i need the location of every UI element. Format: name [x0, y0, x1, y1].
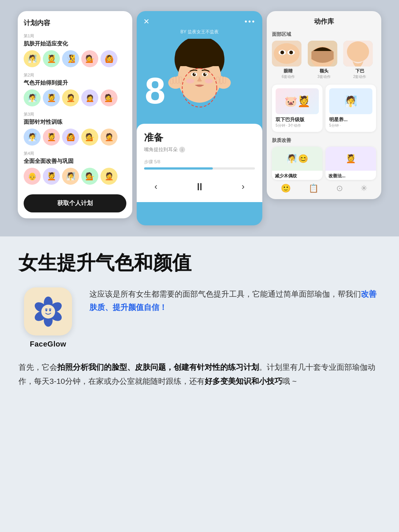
avatar: 💆	[43, 129, 60, 146]
week3-label: 第3周	[24, 112, 126, 117]
face-area-forehead-img	[308, 41, 337, 66]
week1-section: 第1周 肌肤开始适应变化 🧖 💆 🧏 💁 🙆	[24, 33, 126, 67]
app-icon-section: FaceGlow	[18, 287, 78, 348]
app-name: FaceGlow	[30, 340, 66, 348]
library-icon[interactable]: ⊙	[336, 184, 343, 193]
svg-point-18	[203, 73, 207, 76]
avatar: 🤦	[62, 89, 79, 106]
star-card-img: 🧖	[329, 88, 372, 114]
avatar: 💆	[43, 89, 60, 106]
face-area-eyes-count: 6套动作	[272, 74, 305, 79]
face-areas-row: 眼睛 6套动作 额头 3套动作	[272, 41, 376, 79]
skin-card-improve-img: 💆	[325, 147, 376, 171]
svg-point-19	[205, 73, 206, 75]
skin-card-improve-name: 改善法...	[325, 171, 376, 180]
progress-bar-fill	[144, 167, 213, 170]
body-text-pre: 首先，它会	[18, 363, 57, 371]
star-card-name: 明星养...	[329, 116, 372, 123]
screen3-library: 动作库 面部区域 眼睛 6套动作	[267, 11, 381, 199]
flower-icon-svg	[33, 296, 64, 327]
body-highlight1: 拍照分析我们的脸型、皮肤问题，创建有针对性的练习计划	[57, 363, 259, 371]
skin-card-wrinkle[interactable]: 🧖😊 减少木偶纹	[272, 147, 323, 180]
avatar: 🧏	[62, 50, 79, 67]
settings-icon[interactable]: ✳	[361, 184, 367, 193]
screen1-title: 计划内容	[24, 18, 126, 27]
close-icon[interactable]: ✕	[143, 17, 150, 26]
previous-button[interactable]: ‹	[148, 178, 164, 195]
svg-rect-10	[216, 77, 219, 83]
star-card[interactable]: 🧖 明星养... 5分钟 ·	[325, 85, 376, 132]
progress-bar-background	[144, 167, 255, 170]
avatar: 💆	[43, 168, 60, 185]
avatar: 💆	[43, 50, 60, 67]
week1-label: 第1周	[24, 33, 126, 39]
screenshots-section: 计划内容 第1周 肌肤开始适应变化 🧖 💆 🧏 💁 🙆 第2周 气色开始得到提升…	[0, 0, 399, 236]
week4-section: 第4周 全面全面改善与巩固 👴 💆 🧖 💁 🤦	[24, 151, 126, 185]
bottom-tab-bar: 🙂 📋 ⊙ ✳	[272, 180, 376, 193]
week1-avatars: 🧖 💆 🧏 💁 🙆	[24, 50, 126, 67]
more-options-icon[interactable]: •••	[245, 17, 256, 26]
next-button[interactable]: ›	[235, 178, 251, 195]
face-area-forehead-count: 3套动作	[308, 74, 341, 79]
svg-rect-11	[220, 76, 223, 83]
app-icon	[24, 287, 72, 335]
week2-title: 气色开始得到提升	[24, 79, 126, 86]
body-text-end: 哦 ~	[282, 377, 297, 385]
face-area-chin-img	[343, 41, 373, 66]
skin-card-wrinkle-img: 🧖😊	[272, 147, 323, 171]
avatar: 💁	[81, 50, 98, 67]
svg-point-25	[280, 51, 284, 54]
svg-point-21	[205, 79, 213, 83]
face-area-chin-count: 2套动作	[343, 74, 376, 79]
week2-avatars: 🧖 💆 🤦 🙍 💁	[24, 89, 126, 106]
avatar: 💁	[81, 129, 98, 146]
week3-section: 第3周 面部针对性训练 🧖 💆 🙆 💁 🤦	[24, 112, 126, 146]
screen3-title: 动作库	[272, 17, 376, 26]
week3-title: 面部针对性训练	[24, 119, 126, 126]
pause-button[interactable]: ⏸	[190, 177, 209, 196]
get-plan-button[interactable]: 获取个人计划	[24, 194, 126, 212]
face-area-eyes[interactable]: 眼睛 6套动作	[272, 41, 305, 79]
face-area-eyes-name: 眼睛	[272, 68, 305, 74]
star-card-meta: 5分钟 ·	[329, 123, 372, 128]
avatar: 🤦	[100, 168, 117, 185]
face-area-forehead-name: 额头	[308, 68, 341, 74]
svg-rect-7	[179, 77, 182, 83]
week2-label: 第2周	[24, 72, 126, 78]
svg-rect-12	[223, 77, 226, 83]
exercise-controls: ‹ ⏸ ›	[144, 177, 255, 196]
week3-avatars: 🧖 💆 🙆 💁 🤦	[24, 129, 126, 146]
svg-rect-6	[176, 76, 179, 83]
svg-point-23	[274, 43, 300, 64]
svg-point-20	[186, 79, 194, 83]
skin-improvement-section: 肤质改善 🧖😊 减少木偶纹 💆 改善法...	[272, 137, 376, 180]
screen2-exercise: ✕ ••• BY 盐夜女王不盐夜 8	[137, 11, 262, 225]
face-area-forehead[interactable]: 额头 3套动作	[308, 41, 341, 79]
week4-title: 全面全面改善与巩固	[24, 158, 126, 165]
skin-card-improve[interactable]: 💆 改善法...	[325, 147, 376, 180]
exercise-name: 准备	[144, 131, 255, 144]
week1-title: 肌肤开始适应变化	[24, 40, 126, 47]
double-chin-card[interactable]: 🐷💆 双下巴升级版 5分钟 · 3个动作	[272, 85, 323, 132]
main-headline: 女生提升气色和颜值	[18, 251, 381, 274]
week4-label: 第4周	[24, 151, 126, 156]
app-intro-row: FaceGlow 这应该是所有女生都需要的面部气色提升工具，它能通过简单面部瑜伽…	[18, 287, 381, 348]
info-icon[interactable]: i	[179, 147, 185, 153]
face-scan-icon[interactable]: 🙂	[281, 184, 291, 193]
face-area-chin[interactable]: 下巴 2套动作	[343, 41, 376, 79]
week4-avatars: 👴 💆 🧖 💁 🤦	[24, 168, 126, 185]
screen1-plan: 计划内容 第1周 肌肤开始适应变化 🧖 💆 🧏 💁 🙆 第2周 气色开始得到提升…	[18, 11, 132, 218]
double-chin-name: 双下巴升级版	[276, 116, 319, 123]
plan-icon[interactable]: 📋	[308, 184, 318, 193]
body-text: 首先，它会拍照分析我们的脸型、皮肤问题，创建有针对性的练习计划。计划里有几十套专…	[18, 360, 381, 388]
double-chin-meta: 5分钟 · 3个动作	[276, 123, 319, 128]
screen2-header: ✕ •••	[137, 11, 262, 26]
face-svg	[166, 39, 233, 120]
screen2-bottom: 准备 嘴角提拉到耳朵 i 步骤 5/8 ‹ ⏸ ›	[137, 124, 262, 202]
avatar: 👴	[24, 168, 41, 185]
svg-point-31	[347, 41, 369, 62]
svg-rect-5	[173, 77, 176, 83]
body-highlight2: 好多变美知识和小技巧	[205, 377, 282, 385]
face-areas-label: 面部区域	[272, 31, 376, 38]
content-section: 女生提升气色和颜值	[0, 236, 399, 407]
